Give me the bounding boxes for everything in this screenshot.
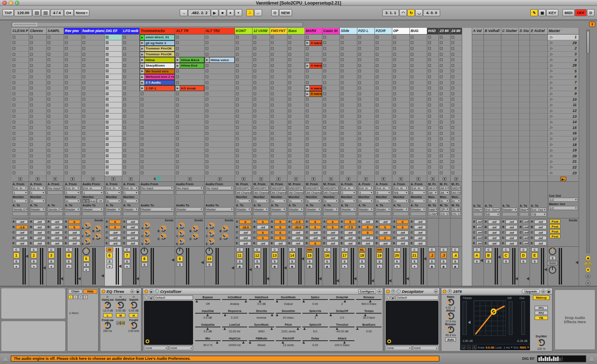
clip-slot[interactable] bbox=[47, 40, 64, 46]
clip-stop-square[interactable] bbox=[47, 154, 50, 157]
clip-stop-button[interactable] bbox=[431, 177, 435, 181]
clip-stop-square[interactable] bbox=[341, 64, 344, 67]
clip-stop-square[interactable] bbox=[393, 81, 396, 84]
clip-stop-square[interactable] bbox=[141, 154, 144, 157]
clip-slot[interactable] bbox=[322, 91, 339, 97]
clip-play-button[interactable]: ▶ bbox=[140, 80, 145, 85]
chain-solo-button[interactable]: s bbox=[73, 295, 78, 299]
param-slider-handle[interactable] bbox=[297, 327, 299, 330]
clip-stop-square[interactable] bbox=[440, 171, 443, 174]
scene-play-icon[interactable]: ▷ bbox=[550, 160, 552, 163]
io-chooser[interactable]: In▼ bbox=[411, 199, 426, 203]
solo-button[interactable]: S bbox=[177, 262, 183, 267]
clip-stop-square[interactable] bbox=[253, 166, 256, 168]
clip-stop-square[interactable] bbox=[440, 81, 443, 84]
track-activator[interactable]: 17 bbox=[342, 253, 348, 258]
clip-slot[interactable] bbox=[205, 170, 235, 176]
pan-control[interactable]: C bbox=[520, 248, 527, 252]
pan-control[interactable]: C bbox=[341, 248, 348, 252]
save-preset-button[interactable]: ▣ bbox=[149, 296, 153, 300]
clip-stop-square[interactable] bbox=[440, 47, 443, 50]
plugin-parameter[interactable]: DelayOff2.0 bbox=[329, 309, 355, 323]
clip-stop-square[interactable] bbox=[428, 69, 431, 72]
clip-slot[interactable] bbox=[105, 131, 122, 136]
solo-button[interactable]: S bbox=[289, 259, 295, 263]
draw-mode-button[interactable]: ✎ bbox=[530, 9, 538, 16]
clip-slot[interactable] bbox=[122, 131, 139, 136]
clip-slot[interactable] bbox=[29, 159, 46, 165]
send-amount-E[interactable]: -inf bbox=[239, 241, 251, 245]
clip-slot[interactable] bbox=[451, 159, 462, 165]
param-value[interactable]: reverse bbox=[248, 316, 275, 319]
clip-stop-square[interactable] bbox=[253, 143, 256, 146]
arm-button[interactable]: ● bbox=[31, 264, 37, 268]
clip-slot[interactable] bbox=[322, 57, 339, 63]
param-slider[interactable] bbox=[276, 340, 301, 344]
clip-slot[interactable] bbox=[12, 102, 29, 108]
clip-slot[interactable] bbox=[105, 40, 122, 46]
volume-fader[interactable] bbox=[262, 248, 268, 285]
clip[interactable]: ▶SkarpBlown bbox=[140, 63, 175, 69]
clip-stop-square[interactable] bbox=[47, 58, 50, 61]
clip-stop-square[interactable] bbox=[288, 104, 291, 106]
clip-slot[interactable] bbox=[305, 102, 322, 108]
clip-slot[interactable] bbox=[205, 131, 235, 136]
clip-stop-square[interactable] bbox=[176, 41, 179, 44]
clip-stop-square[interactable] bbox=[176, 143, 179, 146]
clip-slot[interactable] bbox=[105, 97, 122, 103]
volume-fader[interactable] bbox=[91, 248, 103, 285]
clip-stop-square[interactable] bbox=[65, 121, 68, 124]
close-window-button[interactable] bbox=[2, 1, 7, 5]
clip-stop-square[interactable] bbox=[141, 98, 144, 101]
clip-slot[interactable] bbox=[253, 69, 270, 74]
clip-slot[interactable] bbox=[270, 97, 287, 103]
clip-stop-square[interactable] bbox=[358, 137, 361, 140]
clip-slot[interactable] bbox=[105, 57, 122, 63]
send-amount-C[interactable]: 0 bbox=[274, 230, 286, 235]
clip-stop-square[interactable] bbox=[428, 160, 431, 163]
arm-button[interactable]: ● bbox=[124, 264, 130, 268]
send-amount-D[interactable]: 0 bbox=[274, 236, 286, 240]
monitor-auto-button[interactable]: Auto bbox=[89, 199, 96, 203]
clip-slot[interactable] bbox=[175, 170, 204, 176]
show-track-delay-toggle[interactable]: D bbox=[585, 274, 591, 279]
clip-slot[interactable] bbox=[427, 69, 438, 74]
clip[interactable]: ▶KG break bbox=[175, 85, 204, 91]
track-activator[interactable]: 15 bbox=[307, 253, 313, 258]
clip-slot[interactable] bbox=[340, 85, 357, 91]
clip-slot[interactable] bbox=[410, 69, 427, 74]
clip-stop-square[interactable] bbox=[288, 92, 291, 95]
clip-slot[interactable] bbox=[64, 85, 81, 91]
clip-slot[interactable] bbox=[322, 159, 339, 165]
param-slider[interactable] bbox=[222, 313, 248, 316]
volume-fader[interactable] bbox=[384, 248, 391, 285]
clip-slot[interactable] bbox=[375, 35, 392, 40]
clip-stop-square[interactable] bbox=[12, 58, 15, 61]
send-amount-B[interactable]: -inf bbox=[476, 225, 483, 229]
clip-stop-square[interactable] bbox=[176, 126, 179, 129]
clip-slot[interactable] bbox=[82, 153, 104, 159]
plugin-parameter[interactable]: GateDuck0.0 dB bbox=[248, 295, 275, 309]
io-chooser[interactable]: MIDISPC▼ bbox=[323, 186, 339, 190]
clip-stop-square[interactable] bbox=[253, 81, 256, 84]
clip-stop-square[interactable] bbox=[451, 98, 454, 101]
clip-stop-square[interactable] bbox=[271, 166, 274, 168]
send-amount-A[interactable]: 0 bbox=[239, 220, 251, 224]
clip-stop-square[interactable] bbox=[271, 75, 274, 78]
clip-slot[interactable] bbox=[12, 97, 29, 103]
send-knob-C[interactable]: C bbox=[178, 230, 185, 237]
clip-stop-square[interactable] bbox=[376, 121, 379, 124]
clip-slot[interactable] bbox=[29, 35, 46, 40]
clip-stop-square[interactable] bbox=[428, 154, 431, 157]
scene-slot[interactable]: ▷28 bbox=[548, 63, 579, 69]
clip-stop-square[interactable] bbox=[411, 98, 414, 101]
clip-slot[interactable] bbox=[235, 125, 252, 131]
clip-play-button[interactable]: ▶ bbox=[305, 86, 310, 91]
clip-slot[interactable] bbox=[392, 119, 409, 125]
track-activator[interactable]: 10 bbox=[206, 256, 213, 262]
clip-stop-square[interactable] bbox=[236, 126, 239, 129]
clip-slot[interactable] bbox=[305, 131, 322, 136]
clip-stop-square[interactable] bbox=[206, 109, 208, 112]
clip-slot[interactable] bbox=[270, 131, 287, 136]
clip-slot[interactable] bbox=[375, 40, 392, 46]
